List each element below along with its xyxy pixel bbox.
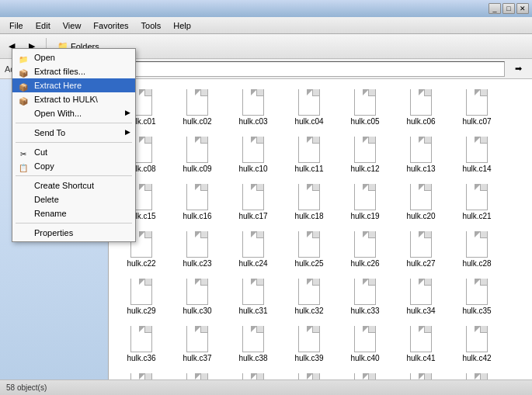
file-name: hulk.c33 <box>350 307 379 315</box>
file-icon <box>354 137 376 163</box>
context-menu-separator <box>16 142 132 143</box>
file-name: hulk.c41 <box>406 354 435 362</box>
list-item[interactable]: hulk.c45 <box>227 369 280 379</box>
menu-favorites[interactable]: Favorites <box>87 19 134 32</box>
list-item[interactable]: hulk.c24 <box>227 227 280 272</box>
list-item[interactable]: hulk.c14 <box>450 133 503 177</box>
list-item[interactable]: hulk.c32 <box>283 275 336 319</box>
context-menu-item-open[interactable]: 📁Open <box>12 50 135 64</box>
menu-help[interactable]: Help <box>167 19 197 32</box>
context-menu-item-properties[interactable]: Properties <box>12 226 135 240</box>
go-button[interactable]: ➡ <box>509 61 527 76</box>
file-icon <box>298 137 320 163</box>
list-item[interactable]: hulk.c11 <box>283 133 336 177</box>
list-item[interactable]: hulk.c49 <box>450 369 503 379</box>
menu-file[interactable]: File <box>3 19 30 32</box>
list-item[interactable]: hulk.c05 <box>339 85 391 130</box>
file-icon <box>186 184 208 210</box>
list-item[interactable]: hulk.c07 <box>450 85 503 130</box>
list-item[interactable]: hulk.c09 <box>171 133 224 177</box>
list-item[interactable]: hulk.c37 <box>171 322 224 366</box>
file-icon <box>354 373 376 379</box>
list-item[interactable]: hulk.c44 <box>171 369 224 379</box>
menu-view[interactable]: View <box>57 19 88 32</box>
file-name: hulk.c23 <box>183 259 211 268</box>
list-item[interactable]: hulk.c06 <box>395 85 447 130</box>
list-item[interactable]: hulk.c47 <box>339 369 391 379</box>
list-item[interactable]: hulk.c17 <box>227 180 280 224</box>
file-icon <box>130 373 152 379</box>
list-item[interactable]: hulk.c25 <box>283 227 336 272</box>
list-item[interactable]: hulk.c20 <box>395 180 447 224</box>
context-menu-item-send-to[interactable]: Send To <box>12 126 135 140</box>
file-icon <box>354 326 376 352</box>
file-name: hulk.c35 <box>462 307 491 315</box>
file-name: hulk.c09 <box>183 165 211 173</box>
file-name: hulk.c20 <box>406 212 435 220</box>
list-item[interactable]: hulk.c35 <box>450 275 503 319</box>
minimize-button[interactable]: _ <box>489 3 501 14</box>
file-icon <box>410 326 432 352</box>
file-name: hulk.c31 <box>238 307 267 315</box>
file-name: hulk.c37 <box>183 354 211 362</box>
list-item[interactable]: hulk.c28 <box>450 227 503 272</box>
context-menu-item-create-shortcut[interactable]: Create Shortcut <box>12 178 135 192</box>
list-item[interactable]: hulk.c18 <box>283 180 336 224</box>
context-menu-item-extract-to[interactable]: 📦Extract to HULK\ <box>12 92 135 106</box>
context-menu-item-delete[interactable]: Delete <box>12 192 135 206</box>
list-item[interactable]: hulk.c16 <box>171 180 224 224</box>
context-menu-item-extract-here[interactable]: 📦Extract Here <box>12 78 135 92</box>
file-icon <box>186 279 208 305</box>
list-item[interactable]: hulk.c33 <box>339 275 391 319</box>
list-item[interactable]: hulk.c43 <box>115 369 168 379</box>
file-icon <box>242 89 264 116</box>
list-item[interactable]: hulk.c31 <box>227 275 280 319</box>
file-name: hulk.c06 <box>406 117 435 126</box>
list-item[interactable]: hulk.c46 <box>283 369 336 379</box>
maximize-button[interactable]: □ <box>502 3 515 14</box>
file-name: hulk.c14 <box>462 165 491 173</box>
list-item[interactable]: hulk.c13 <box>395 133 447 177</box>
copy-icon: 📋 <box>17 161 30 174</box>
list-item[interactable]: hulk.c10 <box>227 133 280 177</box>
delete-label: Delete <box>34 195 59 204</box>
menu-edit[interactable]: Edit <box>30 19 57 32</box>
list-item[interactable]: hulk.c27 <box>395 227 447 272</box>
file-icon <box>410 373 432 379</box>
list-item[interactable]: hulk.c23 <box>171 227 224 272</box>
file-name: hulk.c18 <box>294 212 323 220</box>
list-item[interactable]: hulk.c26 <box>339 227 391 272</box>
menu-tools[interactable]: Tools <box>135 19 168 32</box>
list-item[interactable]: hulk.c02 <box>171 85 224 130</box>
list-item[interactable]: hulk.c48 <box>395 369 447 379</box>
list-item[interactable]: hulk.c41 <box>395 322 447 366</box>
file-icon <box>410 137 432 163</box>
file-icon <box>410 279 432 305</box>
file-icon <box>298 279 320 305</box>
context-menu-item-copy[interactable]: 📋Copy <box>12 159 135 173</box>
list-item[interactable]: hulk.c21 <box>450 180 503 224</box>
list-item[interactable]: hulk.c30 <box>171 275 224 319</box>
list-item[interactable]: hulk.c34 <box>395 275 447 319</box>
list-item[interactable]: hulk.c42 <box>450 322 503 366</box>
create-shortcut-label: Create Shortcut <box>34 181 94 190</box>
file-icon <box>298 373 320 379</box>
file-icon <box>354 184 376 210</box>
list-item[interactable]: hulk.c19 <box>339 180 391 224</box>
context-menu-item-cut[interactable]: ✂Cut <box>12 145 135 159</box>
close-button[interactable]: ✕ <box>516 3 529 14</box>
list-item[interactable]: hulk.c29 <box>115 275 168 319</box>
list-item[interactable]: hulk.c39 <box>283 322 336 366</box>
list-item[interactable]: hulk.c38 <box>227 322 280 366</box>
context-menu-item-rename[interactable]: Rename <box>12 206 135 220</box>
list-item[interactable]: hulk.c40 <box>339 322 391 366</box>
list-item[interactable]: hulk.c04 <box>283 85 336 130</box>
file-icon <box>466 184 488 210</box>
context-menu-item-open-with[interactable]: Open With... <box>12 106 135 120</box>
context-menu-item-extract-files[interactable]: 📦Extract files... <box>12 64 135 78</box>
list-item[interactable]: hulk.c03 <box>227 85 280 130</box>
file-name: hulk.c34 <box>406 307 435 315</box>
list-item[interactable]: hulk.c12 <box>339 133 391 177</box>
list-item[interactable]: hulk.c36 <box>115 322 168 366</box>
file-name: hulk.c12 <box>350 165 379 173</box>
